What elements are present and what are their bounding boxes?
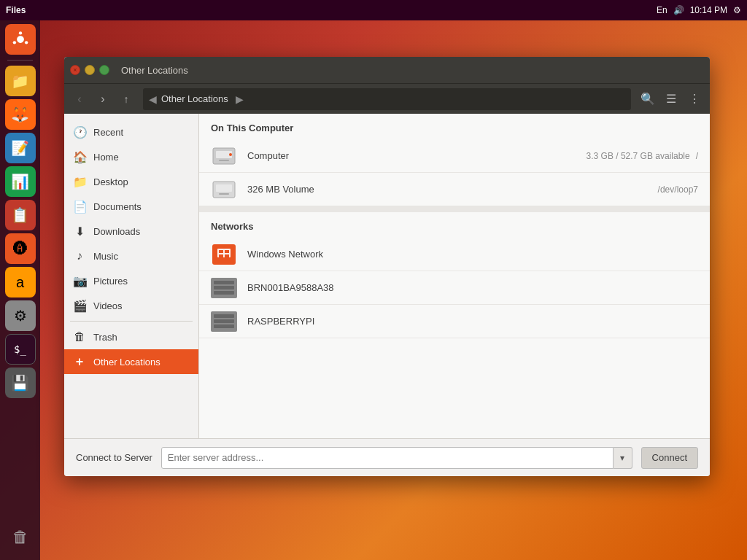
sidebar-pictures-label: Pictures: [93, 276, 128, 287]
brn-nas-icon: [211, 275, 237, 301]
svg-rect-7: [219, 160, 229, 161]
server-address-input[interactable]: [161, 447, 614, 469]
brn-nas-item[interactable]: BRN001BA9588A38: [199, 271, 710, 305]
volume-item[interactable]: 326 MB Volume /dev/loop7: [199, 173, 710, 206]
topbar: Files En 🔊 10:14 PM ⚙: [0, 0, 747, 20]
trash-icon: 🗑: [73, 330, 86, 343]
taskbar: 📁 🦊 📝 📊 📋 🅐 a ⚙ $_ 💾 🗑: [0, 20, 40, 560]
sidebar-item-desktop[interactable]: 📁 Desktop: [64, 169, 198, 194]
taskbar-terminal-icon[interactable]: $_: [5, 334, 36, 365]
sidebar-item-trash[interactable]: 🗑 Trash: [64, 324, 198, 349]
desktop-icon: 📁: [73, 175, 86, 189]
menu-button[interactable]: ⋮: [684, 88, 705, 110]
sidebar-item-recent[interactable]: 🕐 Recent: [64, 120, 198, 144]
volume-meta-right: /dev/loop7: [658, 184, 698, 195]
files-window: × Other Locations ‹ › ↑ ◀ Other Location…: [64, 57, 710, 476]
sidebar-item-downloads[interactable]: ⬇ Downloads: [64, 219, 198, 244]
connect-button[interactable]: Connect: [641, 447, 698, 469]
sidebar-recent-label: Recent: [93, 127, 123, 138]
sidebar-item-pictures[interactable]: 📷 Pictures: [64, 268, 198, 293]
sidebar-item-documents[interactable]: 📄 Documents: [64, 194, 198, 219]
forward-button[interactable]: ›: [92, 88, 114, 110]
content-area: 🕐 Recent 🏠 Home 📁 Desktop 📄 Documents ⬇ …: [64, 114, 710, 438]
brn-nas-name: BRN001BA9588A38: [247, 282, 698, 293]
music-icon: ♪: [73, 249, 86, 262]
search-button[interactable]: 🔍: [637, 88, 659, 110]
sidebar-item-videos[interactable]: 🎬 Videos: [64, 293, 198, 318]
sidebar-other-locations-label: Other Locations: [93, 357, 160, 368]
computer-name: Computer: [247, 150, 576, 161]
sidebar-home-label: Home: [93, 152, 119, 163]
sidebar-music-label: Music: [93, 251, 118, 262]
computer-item[interactable]: Computer 3.3 GB / 52.7 GB available /: [199, 139, 710, 173]
computer-meta: 3.3 GB / 52.7 GB available /: [587, 151, 698, 161]
topbar-title: Files: [6, 5, 26, 15]
server-dropdown-button[interactable]: ▾: [614, 447, 632, 469]
taskbar-amazon-icon[interactable]: a: [5, 267, 36, 298]
back-button[interactable]: ‹: [69, 88, 90, 110]
svg-rect-16: [225, 254, 229, 257]
taskbar-divider-1: [7, 60, 33, 61]
computer-drive-icon: [211, 143, 237, 169]
svg-point-3: [24, 41, 27, 44]
raspberrypi-name: RASPBERRYPI: [247, 316, 698, 327]
minimize-button[interactable]: [85, 65, 95, 75]
sidebar-trash-label: Trash: [93, 332, 117, 343]
computer-meta-right: /: [696, 151, 698, 161]
taskbar-trash-icon[interactable]: 🗑: [5, 522, 36, 553]
sidebar-documents-label: Documents: [93, 201, 142, 212]
pictures-icon: 📷: [73, 274, 86, 288]
svg-point-4: [12, 41, 15, 44]
sidebar-item-other-locations[interactable]: + Other Locations: [64, 349, 198, 374]
taskbar-writer-icon[interactable]: 📝: [5, 133, 36, 163]
svg-point-1: [17, 36, 23, 43]
titlebar: × Other Locations: [64, 57, 710, 83]
topbar-settings-icon[interactable]: ⚙: [733, 5, 741, 15]
raspberrypi-icon: [211, 308, 237, 335]
list-view-button[interactable]: ☰: [660, 88, 682, 110]
topbar-lang: En: [657, 5, 667, 15]
volume-meta: /dev/loop7: [658, 184, 698, 195]
svg-rect-13: [219, 250, 223, 253]
other-locations-icon: +: [73, 354, 86, 370]
svg-rect-14: [225, 250, 229, 253]
main-panel: On This Computer Computer 3.3 GB / 52.7 …: [199, 114, 710, 438]
up-button[interactable]: ↑: [115, 88, 137, 110]
volume-name: 326 MB Volume: [247, 184, 648, 195]
taskbar-impress-icon[interactable]: 📋: [5, 200, 36, 230]
videos-icon: 🎬: [73, 299, 86, 313]
svg-rect-11: [219, 193, 229, 195]
sidebar-downloads-label: Downloads: [93, 226, 140, 237]
raspberrypi-item[interactable]: RASPBERRYPI: [199, 305, 710, 338]
sidebar-desktop-label: Desktop: [93, 176, 128, 187]
taskbar-disk-icon[interactable]: 💾: [5, 368, 36, 398]
recent-icon: 🕐: [73, 125, 86, 139]
bottom-bar: Connect to Server ▾ Connect: [64, 438, 710, 476]
on-this-computer-header: On This Computer: [199, 114, 710, 139]
taskbar-apt-icon[interactable]: 🅐: [5, 233, 36, 264]
sidebar-item-music[interactable]: ♪ Music: [64, 244, 198, 268]
networks-header: Networks: [199, 212, 710, 238]
taskbar-calc-icon[interactable]: 📊: [5, 166, 36, 197]
toolbar: ‹ › ↑ ◀ Other Locations ▶ 🔍 ☰ ⋮: [64, 83, 710, 114]
window-controls: ×: [70, 65, 109, 75]
location-text: Other Locations: [161, 93, 228, 104]
volume-drive-icon: [211, 176, 237, 203]
maximize-button[interactable]: [99, 65, 109, 75]
sidebar: 🕐 Recent 🏠 Home 📁 Desktop 📄 Documents ⬇ …: [64, 114, 199, 438]
svg-point-8: [229, 153, 232, 156]
home-icon: 🏠: [73, 150, 86, 164]
close-button[interactable]: ×: [70, 65, 80, 75]
sidebar-item-home[interactable]: 🏠 Home: [64, 144, 198, 169]
connect-to-server-label: Connect to Server: [76, 452, 152, 463]
taskbar-files-icon[interactable]: 📁: [5, 66, 36, 96]
taskbar-ubuntu-icon[interactable]: [5, 24, 36, 55]
downloads-icon: ⬇: [73, 225, 86, 238]
location-bar[interactable]: ◀ Other Locations ▶: [143, 88, 631, 110]
windows-network-name: Windows Network: [247, 249, 698, 260]
section-divider: [199, 206, 710, 212]
taskbar-settings-icon[interactable]: ⚙: [5, 300, 36, 331]
documents-icon: 📄: [73, 200, 86, 214]
windows-network-item[interactable]: Windows Network: [199, 238, 710, 271]
taskbar-firefox-icon[interactable]: 🦊: [5, 99, 36, 130]
